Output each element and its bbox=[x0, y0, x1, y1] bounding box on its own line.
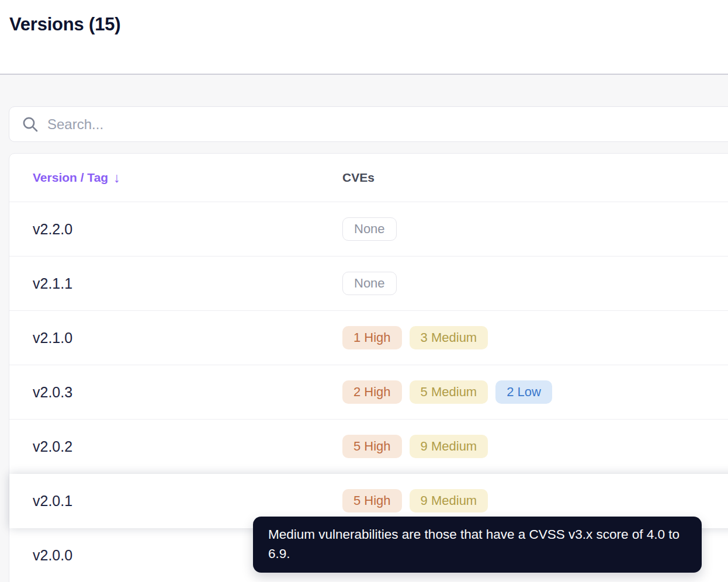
search-input[interactable] bbox=[47, 116, 728, 133]
cve-badge-medium[interactable]: 3 Medium bbox=[410, 326, 488, 349]
cves-cell: 5 High9 Medium bbox=[342, 489, 728, 512]
version-label: v2.0.0 bbox=[33, 547, 72, 564]
search-icon bbox=[22, 116, 39, 133]
cve-badge-high[interactable]: 2 High bbox=[342, 380, 402, 404]
version-label: v2.0.2 bbox=[33, 438, 72, 455]
medium-cve-tooltip: Medium vulnerabilities are those that ha… bbox=[253, 517, 702, 573]
cve-badge-none[interactable]: None bbox=[342, 217, 397, 241]
cves-cell: 5 High9 Medium bbox=[342, 435, 728, 458]
version-cell: v2.0.3 bbox=[9, 384, 342, 401]
version-header-cell: Version / Tag ↓ bbox=[9, 170, 342, 186]
version-cell: v2.2.0 bbox=[9, 221, 342, 238]
search-box[interactable] bbox=[9, 106, 728, 142]
cve-badge-low[interactable]: 2 Low bbox=[495, 380, 552, 404]
version-label: v2.2.0 bbox=[33, 221, 72, 238]
version-cell: v2.0.1 bbox=[9, 493, 342, 510]
version-cell: v2.1.0 bbox=[9, 330, 342, 347]
cves-cell: 1 High3 Medium bbox=[342, 326, 728, 349]
tooltip-text: Medium vulnerabilities are those that ha… bbox=[268, 527, 680, 561]
cves-column-label: CVEs bbox=[342, 171, 375, 185]
sort-by-version-button[interactable]: Version / Tag ↓ bbox=[33, 170, 120, 186]
cves-cell: 2 High5 Medium2 Low bbox=[342, 380, 728, 404]
version-column-label: Version / Tag bbox=[33, 171, 108, 185]
cve-badge-high[interactable]: 5 High bbox=[342, 489, 402, 512]
table-row[interactable]: v2.0.3 2 High5 Medium2 Low bbox=[9, 365, 728, 420]
table-row[interactable]: v2.2.0 None bbox=[9, 202, 728, 257]
version-label: v2.0.3 bbox=[33, 384, 72, 401]
cves-header-cell: CVEs bbox=[342, 171, 728, 185]
page-title: Versions (15) bbox=[9, 14, 719, 35]
version-label: v2.0.1 bbox=[33, 493, 72, 510]
sort-descending-arrow-icon: ↓ bbox=[113, 170, 120, 186]
cve-badge-high[interactable]: 1 High bbox=[342, 326, 402, 349]
table-header-row: Version / Tag ↓ CVEs bbox=[9, 154, 728, 202]
cve-badge-high[interactable]: 5 High bbox=[342, 435, 402, 458]
version-cell: v2.0.2 bbox=[9, 438, 342, 455]
cve-badge-medium[interactable]: 5 Medium bbox=[410, 380, 488, 404]
table-row[interactable]: v2.0.2 5 High9 Medium bbox=[9, 420, 728, 474]
cve-badge-medium[interactable]: 9 Medium bbox=[410, 435, 488, 458]
cves-cell: None bbox=[342, 217, 728, 241]
cve-badge-medium[interactable]: 9 Medium bbox=[410, 489, 488, 512]
version-label: v2.1.1 bbox=[33, 275, 72, 292]
table-row[interactable]: v2.1.1 None bbox=[9, 257, 728, 311]
page-header: Versions (15) bbox=[0, 0, 728, 75]
version-label: v2.1.0 bbox=[33, 330, 72, 347]
table-row[interactable]: v2.1.0 1 High3 Medium bbox=[9, 311, 728, 365]
cves-cell: None bbox=[342, 272, 728, 295]
version-cell: v2.1.1 bbox=[9, 275, 342, 292]
cve-badge-none[interactable]: None bbox=[342, 272, 397, 295]
